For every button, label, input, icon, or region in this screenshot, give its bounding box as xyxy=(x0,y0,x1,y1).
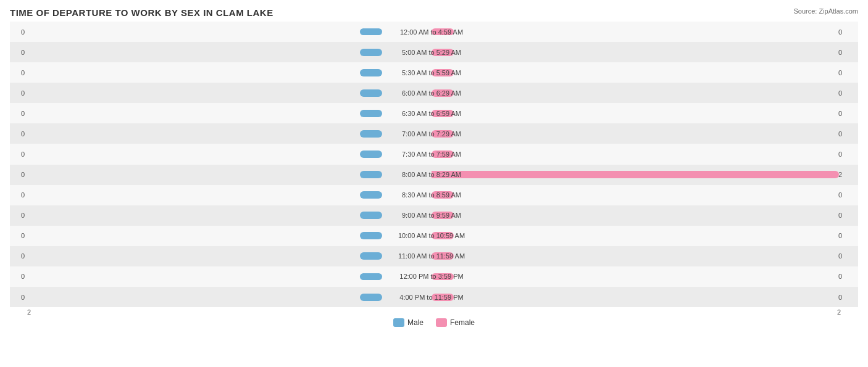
axis-left: 2 xyxy=(27,308,31,316)
time-label: 8:30 AM to 8:59 AM xyxy=(402,191,461,199)
table-row: 012:00 AM to 4:59 AM0 xyxy=(10,22,858,42)
table-row: 07:30 AM to 7:59 AM0 xyxy=(10,144,858,164)
female-value: 0 xyxy=(836,191,858,199)
legend-female: Female xyxy=(436,318,475,327)
male-bar xyxy=(360,273,382,281)
bars-section: 12:00 AM to 4:59 AM xyxy=(27,22,836,42)
table-row: 06:30 AM to 6:59 AM0 xyxy=(10,103,858,123)
bars-section: 6:00 AM to 6:29 AM xyxy=(27,83,836,103)
time-label: 9:00 AM to 9:59 AM xyxy=(402,212,461,219)
male-value: 0 xyxy=(10,110,27,117)
female-value: 0 xyxy=(836,89,858,97)
legend: Male Female xyxy=(10,318,858,327)
male-bar xyxy=(360,151,382,158)
table-row: 010:00 AM to 10:59 AM0 xyxy=(10,226,858,246)
bars-section: 4:00 PM to 11:59 PM xyxy=(27,287,836,307)
male-bar xyxy=(360,191,382,199)
male-bar xyxy=(360,294,382,301)
bars-section: 7:30 AM to 7:59 AM xyxy=(27,144,836,164)
table-row: 04:00 PM to 11:59 PM0 xyxy=(10,287,858,307)
male-swatch xyxy=(393,318,404,327)
bars-section: 8:30 AM to 8:59 AM xyxy=(27,185,836,205)
female-value: 0 xyxy=(836,273,858,280)
axis-labels: 2 2 xyxy=(10,308,858,316)
table-row: 07:00 AM to 7:29 AM0 xyxy=(10,123,858,144)
male-bar xyxy=(360,89,382,97)
male-bar xyxy=(360,232,382,239)
male-value: 0 xyxy=(10,232,27,239)
bars-section: 8:00 AM to 8:29 AM xyxy=(27,165,836,185)
female-value: 0 xyxy=(836,110,858,117)
female-value: 0 xyxy=(836,49,858,56)
time-label: 12:00 PM to 3:59 PM xyxy=(399,273,463,280)
female-value: 2 xyxy=(836,171,858,178)
table-row: 05:30 AM to 5:59 AM0 xyxy=(10,62,858,83)
male-value: 0 xyxy=(10,151,27,158)
male-bar xyxy=(360,212,382,219)
bars-section: 5:00 AM to 5:29 AM xyxy=(27,42,836,62)
male-bar xyxy=(360,49,382,56)
male-bar xyxy=(360,28,382,36)
male-bar xyxy=(360,130,382,138)
female-value: 0 xyxy=(836,294,858,301)
time-label: 10:00 AM to 10:59 AM xyxy=(398,232,465,239)
female-value: 0 xyxy=(836,252,858,260)
chart-title: TIME OF DEPARTURE TO WORK BY SEX IN CLAM… xyxy=(10,7,858,18)
rows-container: 012:00 AM to 4:59 AM005:00 AM to 5:29 AM… xyxy=(10,22,858,307)
time-label: 6:30 AM to 6:59 AM xyxy=(402,110,461,117)
male-value: 0 xyxy=(10,273,27,280)
table-row: 012:00 PM to 3:59 PM0 xyxy=(10,266,858,287)
male-value: 0 xyxy=(10,69,27,76)
male-bar xyxy=(360,69,382,76)
male-bar xyxy=(360,252,382,260)
time-label: 12:00 AM to 4:59 AM xyxy=(400,28,463,36)
bars-section: 5:30 AM to 5:59 AM xyxy=(27,62,836,83)
female-value: 0 xyxy=(836,151,858,158)
time-label: 7:00 AM to 7:29 AM xyxy=(402,130,461,138)
table-row: 05:00 AM to 5:29 AM0 xyxy=(10,42,858,62)
time-label: 7:30 AM to 7:59 AM xyxy=(402,151,461,158)
axis-right: 2 xyxy=(837,308,841,316)
male-value: 0 xyxy=(10,212,27,219)
time-label: 5:00 AM to 5:29 AM xyxy=(402,49,461,56)
male-bar xyxy=(360,110,382,117)
male-value: 0 xyxy=(10,171,27,178)
chart-area: 012:00 AM to 4:59 AM005:00 AM to 5:29 AM… xyxy=(10,22,858,326)
female-label: Female xyxy=(450,318,475,327)
male-value: 0 xyxy=(10,89,27,97)
bars-section: 10:00 AM to 10:59 AM xyxy=(27,226,836,246)
female-swatch xyxy=(436,318,447,327)
male-value: 0 xyxy=(10,49,27,56)
bars-section: 6:30 AM to 6:59 AM xyxy=(27,103,836,123)
male-value: 0 xyxy=(10,28,27,36)
legend-male: Male xyxy=(393,318,424,327)
female-bar xyxy=(432,171,839,178)
female-value: 0 xyxy=(836,28,858,36)
female-value: 0 xyxy=(836,212,858,219)
female-value: 0 xyxy=(836,130,858,138)
time-label: 5:30 AM to 5:59 AM xyxy=(402,69,461,76)
time-label: 6:00 AM to 6:29 AM xyxy=(402,89,461,97)
time-label: 4:00 PM to 11:59 PM xyxy=(399,294,463,301)
male-value: 0 xyxy=(10,191,27,199)
time-label: 11:00 AM to 11:59 AM xyxy=(398,252,465,260)
male-value: 0 xyxy=(10,130,27,138)
chart-container: TIME OF DEPARTURE TO WORK BY SEX IN CLAM… xyxy=(0,0,868,367)
male-value: 0 xyxy=(10,294,27,301)
bars-section: 7:00 AM to 7:29 AM xyxy=(27,123,836,144)
table-row: 08:30 AM to 8:59 AM0 xyxy=(10,185,858,205)
bars-section: 12:00 PM to 3:59 PM xyxy=(27,266,836,287)
female-value: 0 xyxy=(836,232,858,239)
time-label: 8:00 AM to 8:29 AM xyxy=(402,171,461,178)
table-row: 011:00 AM to 11:59 AM0 xyxy=(10,246,858,266)
bars-section: 9:00 AM to 9:59 AM xyxy=(27,205,836,226)
table-row: 09:00 AM to 9:59 AM0 xyxy=(10,205,858,226)
bars-section: 11:00 AM to 11:59 AM xyxy=(27,246,836,266)
female-value: 0 xyxy=(836,69,858,76)
table-row: 08:00 AM to 8:29 AM2 xyxy=(10,165,858,185)
female-bar-wrapper xyxy=(432,168,839,181)
male-value: 0 xyxy=(10,252,27,260)
table-row: 06:00 AM to 6:29 AM0 xyxy=(10,83,858,103)
male-label: Male xyxy=(407,318,424,327)
source-label: Source: ZipAtlas.com xyxy=(793,7,858,15)
